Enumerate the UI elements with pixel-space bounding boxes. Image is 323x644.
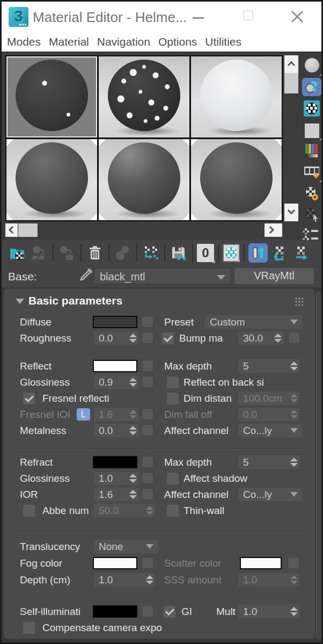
menu-navigation[interactable]: Navigation [97,35,150,48]
preset-dropdown[interactable]: Custom [205,315,303,329]
close-button[interactable] [289,10,305,23]
dim-fall-off-spinner[interactable]: 0.0 [238,408,299,421]
sample-slot-1-active[interactable] [6,56,97,138]
fog-color-label: Fog color [20,558,62,569]
dim-distance-spinner[interactable]: 100.0cm [238,392,299,405]
reflect-glossiness-map-button[interactable] [142,376,153,388]
options-button[interactable] [302,185,321,202]
affect-shadows-checkbox[interactable] [167,473,179,484]
depth-spinner[interactable]: 1.0 [94,573,155,587]
reflect-glossiness-spinner[interactable]: 0.9 [94,375,138,389]
menu-material[interactable]: Material [49,35,89,48]
refract-map-button[interactable] [142,456,153,468]
bump-map-button[interactable] [288,332,300,344]
reflect-map-button[interactable] [142,360,153,372]
put-to-library-button[interactable] [169,243,188,263]
self-illumination-map-button[interactable] [142,605,153,617]
material-id-channel-button[interactable]: 0 [197,244,214,262]
menu-modes[interactable]: Modes [7,35,41,48]
parameters-scrollbar[interactable] [316,292,322,639]
put-material-to-scene-icon [31,245,47,261]
thin-walled-checkbox[interactable] [167,505,179,517]
compensate-camera-exposure-checkbox[interactable] [23,622,35,634]
refract-label: Refract [20,457,53,468]
refract-glossiness-spinner[interactable]: 1.0 [94,472,138,485]
bump-checkbox[interactable] [162,332,174,344]
self-illumination-swatch[interactable] [93,605,137,618]
sample-slot-3[interactable] [191,56,282,138]
scatter-color-swatch[interactable] [240,557,282,569]
sample-slot-2[interactable] [99,56,189,138]
reflect-on-back-checkbox[interactable] [167,377,179,388]
slots-scroll-up-button[interactable] [284,55,298,73]
ior-spinner[interactable]: 1.6 [94,488,138,501]
refract-glossiness-map-button[interactable] [142,472,153,484]
go-to-parent-button[interactable] [270,243,289,263]
slots-vertical-scrollbar-thumb[interactable] [284,73,298,93]
dim-distance-checkbox[interactable] [167,393,179,404]
make-material-copy-button[interactable] [113,243,133,263]
affect-channels-reflect-dropdown[interactable]: Co...ly [238,424,303,437]
diffuse-map-button[interactable] [142,316,153,328]
affect-channels-refract-dropdown[interactable]: Co...ly [238,488,303,501]
backlight-button[interactable] [302,78,321,96]
sample-slot-6[interactable] [191,139,282,220]
reflect-max-depth-spinner[interactable]: 5 [238,359,299,373]
show-end-result-button[interactable] [248,243,268,263]
material-class-button[interactable]: VRayMtl [234,268,314,284]
refract-color-swatch[interactable] [93,456,137,468]
slots-scroll-down-button[interactable] [284,204,298,221]
material-name-dropdown[interactable]: black_mtl [94,268,231,284]
eyedropper-icon[interactable] [76,268,93,285]
background-button[interactable] [304,100,320,117]
roughness-spinner[interactable]: 0.0 [94,331,138,345]
rollout-header[interactable]: Basic parameters [4,294,315,309]
sample-type-sphere-button[interactable] [302,55,321,75]
fresnel-ior-map-button[interactable] [142,408,153,420]
show-shaded-material-in-viewport-button[interactable] [223,244,240,262]
sample-slot-5[interactable] [99,139,189,220]
ior-map-button[interactable] [142,488,153,500]
menu-options[interactable]: Options [158,35,197,48]
gi-checkbox[interactable] [164,606,175,618]
sample-uv-tiling-button[interactable] [302,122,321,139]
reset-map-mtl-button[interactable] [85,243,105,263]
menu-utilities[interactable]: Utilities [205,35,241,48]
metalness-spinner[interactable]: 0.0 [94,424,138,437]
slots-horizontal-scrollbar-thumb[interactable] [18,223,38,237]
fog-color-swatch[interactable] [93,557,137,569]
maximize-button[interactable] [240,9,256,22]
metalness-map-button[interactable] [142,424,153,436]
select-by-material-button[interactable] [302,206,321,223]
metalness-label: Metalness [20,425,67,437]
fog-color-map-button[interactable] [142,557,153,569]
drag-handle-icon[interactable] [295,297,303,306]
translucency-dropdown[interactable]: None [94,540,158,553]
title-bar[interactable]: 3 MAX Material Editor - Helme... [2,2,321,32]
minimize-button[interactable] [190,11,207,24]
diffuse-color-swatch[interactable] [93,316,137,328]
trash-icon [88,245,102,261]
refract-max-depth-spinner[interactable]: 5 [238,455,299,469]
fresnel-reflections-checkbox[interactable] [23,393,35,404]
make-unique-button[interactable] [141,243,160,263]
fresnel-ior-lock-button[interactable]: L [77,408,90,421]
get-material-button[interactable] [8,243,27,263]
assign-material-to-selection-button[interactable] [57,243,77,263]
sample-slot-4[interactable] [6,139,97,220]
bump-spinner[interactable]: 30.0 [238,331,283,345]
make-preview-button[interactable] [302,164,321,181]
sss-amount-spinner[interactable]: 1.0 [238,573,299,587]
abbe-number-checkbox[interactable] [23,505,35,517]
slots-scroll-left-button[interactable] [5,223,18,237]
put-material-to-scene-button[interactable] [30,243,49,263]
reflect-color-swatch[interactable] [93,360,137,372]
fresnel-ior-spinner[interactable]: 1.6 [94,408,138,421]
go-forward-to-sibling-button[interactable] [291,243,311,263]
slots-scroll-right-button[interactable] [265,223,282,237]
abbe-number-spinner[interactable]: 50.0 [94,504,155,517]
scatter-color-map-button[interactable] [288,557,299,569]
roughness-map-button[interactable] [142,332,153,344]
mult-spinner[interactable]: 1.0 [238,605,299,618]
video-color-check-button[interactable] [302,142,321,160]
